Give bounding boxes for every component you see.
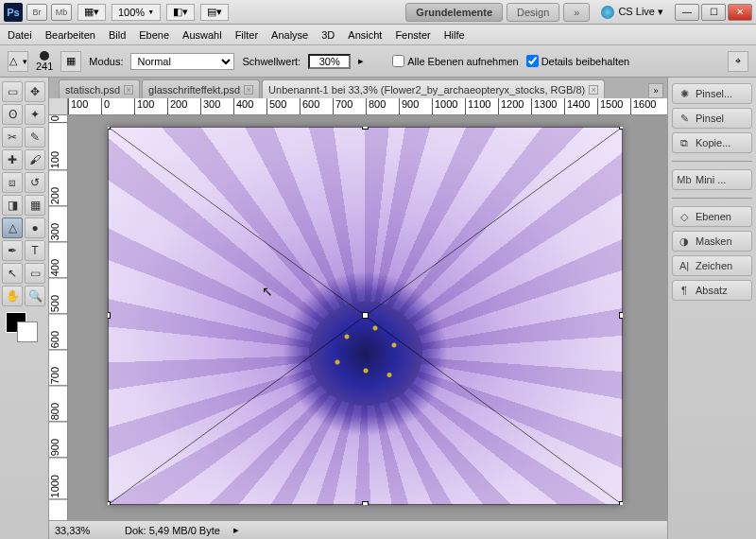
cslive-dropdown[interactable]: CS Live ▾ (601, 6, 663, 19)
panel-ebenen[interactable]: ◇Ebenen (672, 206, 752, 227)
threshold-label: Schwellwert: (242, 56, 301, 67)
tab-nav-more[interactable]: » (648, 83, 663, 98)
view-b[interactable]: ▤▾ (200, 4, 229, 21)
tool-pen[interactable]: ✒ (2, 240, 23, 261)
brush-size-value: 241 (36, 61, 53, 72)
panel-icon: ✺ (678, 87, 691, 100)
tool-heal[interactable]: ✚ (2, 149, 23, 170)
tool-dodge[interactable]: ● (25, 217, 45, 238)
panel-label: Pinsel... (696, 88, 732, 99)
modus-select[interactable]: Normal (130, 53, 234, 70)
menu-bild[interactable]: Bild (109, 29, 126, 41)
panel-icon: Mb (678, 173, 691, 186)
window-close[interactable]: ✕ (728, 4, 752, 21)
panel-label: Mini ... (696, 174, 726, 185)
doc-tab-0[interactable]: statisch.psd× (59, 79, 140, 98)
tool-path[interactable]: ↖ (2, 263, 23, 284)
app-logo[interactable]: Ps (4, 3, 23, 22)
panel-pinsel[interactable]: ✺Pinsel... (672, 83, 752, 104)
tab-close-icon[interactable]: × (589, 85, 598, 95)
panel-mini[interactable]: MbMini ... (672, 169, 752, 190)
tool-move[interactable]: ✥ (25, 81, 45, 102)
threshold-input[interactable] (308, 54, 351, 69)
menu-hilfe[interactable]: Hilfe (444, 29, 465, 41)
background-color[interactable] (17, 322, 38, 342)
cslive-icon (601, 6, 614, 19)
menu-auswahl[interactable]: Auswahl (182, 29, 222, 41)
panel-divider (672, 161, 752, 162)
document-canvas[interactable] (108, 127, 623, 505)
tool-stamp[interactable]: ⧇ (2, 172, 23, 193)
panel-kopie[interactable]: ⧉Kopie... (672, 132, 752, 153)
tool-brush[interactable]: 🖌 (25, 149, 45, 170)
panel-icon: ◇ (678, 210, 691, 223)
status-flyout[interactable]: ▸ (233, 524, 239, 536)
tool-shape[interactable]: ▭ (25, 263, 45, 284)
workspace-design[interactable]: Design (507, 3, 559, 22)
tool-history[interactable]: ↺ (25, 172, 45, 193)
tab-close-icon[interactable]: × (244, 85, 253, 95)
zoom-level[interactable]: 100%▼ (112, 4, 161, 21)
brush-dot-icon (40, 51, 49, 61)
tool-marquee[interactable]: ▭ (2, 81, 23, 102)
menu-3d[interactable]: 3D (321, 29, 335, 41)
chk-details-box[interactable] (526, 55, 539, 67)
tool-eyedrop[interactable]: ✎ (25, 127, 45, 148)
workspace-grundelemente[interactable]: Grundelemente (405, 3, 503, 22)
tab-close-icon[interactable]: × (124, 85, 133, 95)
brush-preset[interactable]: 241 (36, 51, 53, 72)
film-strip[interactable]: ▦▾ (77, 4, 106, 21)
doc-tab-1[interactable]: glasschrifteffekt.psd× (142, 79, 260, 98)
menu-bearbeiten[interactable]: Bearbeiten (45, 29, 95, 41)
tablet-pressure-icon[interactable]: ⌖ (728, 51, 748, 72)
chk-details-label: Details beibehalten (541, 56, 630, 67)
flower-center (309, 302, 422, 406)
tool-lasso[interactable]: ʘ (2, 104, 23, 125)
menu-ebene[interactable]: Ebene (139, 29, 169, 41)
vertical-ruler[interactable]: 01002003004005006007008009001000 (49, 115, 68, 520)
status-zoom[interactable]: 33,33% (55, 525, 112, 536)
menu-analyse[interactable]: Analyse (271, 29, 308, 41)
canvas-viewport[interactable]: ↖ (68, 115, 667, 520)
menu-fenster[interactable]: Fenster (395, 29, 430, 41)
tool-blur[interactable]: △ (2, 217, 23, 238)
bridge-btn[interactable]: Br (26, 4, 47, 21)
panel-pinsel[interactable]: ✎Pinsel (672, 108, 752, 129)
doc-tab-label: statisch.psd (65, 84, 120, 96)
current-tool-icon[interactable]: △▾ (8, 51, 28, 72)
panel-icon: ⧉ (678, 136, 691, 149)
chk-alle-ebenen-box[interactable] (392, 55, 404, 67)
tool-zoom[interactable]: 🔍 (25, 286, 45, 306)
window-maximize[interactable]: ☐ (701, 4, 726, 21)
panel-label: Masken (696, 235, 732, 247)
panel-absatz[interactable]: ¶Absatz (672, 280, 752, 301)
chk-details[interactable]: Details beibehalten (526, 55, 630, 67)
brush-panel-toggle[interactable]: ▦ (60, 51, 81, 72)
view-a[interactable]: ◧▾ (166, 4, 195, 21)
tool-hand[interactable]: ✋ (2, 286, 23, 306)
chk-alle-ebenen[interactable]: Alle Ebenen aufnehmen (392, 55, 518, 67)
menu-datei[interactable]: Datei (8, 29, 32, 41)
panel-zeichen[interactable]: A|Zeichen (672, 255, 752, 276)
panel-label: Absatz (696, 285, 728, 296)
tool-type[interactable]: T (25, 240, 45, 261)
doc-tab-label: Unbenannt-1 bei 33,3% (Flower2_by_archae… (268, 84, 585, 96)
tool-eraser[interactable]: ◨ (2, 195, 23, 216)
workspace-more[interactable]: » (563, 3, 590, 22)
menu-filter[interactable]: Filter (235, 29, 258, 41)
panel-divider (672, 198, 752, 199)
horizontal-ruler[interactable]: 1000100200300400500600700800900100011001… (68, 98, 667, 115)
ruler-corner[interactable] (49, 98, 68, 115)
tool-crop[interactable]: ✂ (2, 127, 23, 148)
panel-icon: ◑ (678, 235, 691, 248)
panel-label: Ebenen (696, 211, 731, 222)
menu-ansicht[interactable]: Ansicht (348, 29, 382, 41)
tool-wand[interactable]: ✦ (25, 104, 45, 125)
threshold-flyout[interactable]: ▸ (358, 55, 364, 67)
window-minimize[interactable]: — (675, 4, 699, 21)
panel-masken[interactable]: ◑Masken (672, 231, 752, 252)
tool-gradient[interactable]: ▦ (25, 195, 45, 216)
doc-tab-2[interactable]: Unbenannt-1 bei 33,3% (Flower2_by_archae… (262, 79, 605, 98)
color-swatches[interactable] (2, 312, 43, 344)
minibridge-btn[interactable]: Mb (51, 4, 72, 21)
